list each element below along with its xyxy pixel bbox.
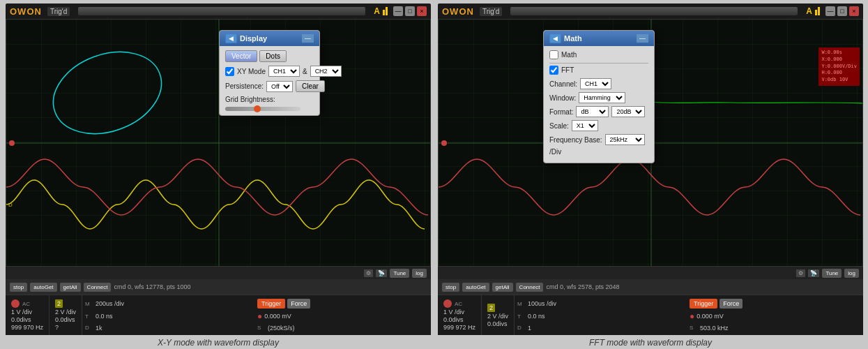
xy-ch2-select[interactable]: CH2 xyxy=(310,66,342,77)
left-close-button[interactable]: × xyxy=(417,6,427,16)
left-meas-D: D 1k xyxy=(85,324,256,332)
channel-select[interactable]: CH1 CH2 xyxy=(580,78,611,89)
dialog-title-left: ◀ Display xyxy=(225,34,267,43)
right-tune-button[interactable]: Tune xyxy=(822,269,842,278)
right-ch1-offset: 0.0divs xyxy=(443,316,475,323)
svg-point-5 xyxy=(9,140,15,146)
right-meas-T-val: 0.0 ns xyxy=(528,313,545,320)
math-dialog-body: Math FFT Channel: CH1 CH2 xyxy=(544,46,654,163)
left-top-bar-center xyxy=(78,7,365,15)
scale-select[interactable]: X1 X2 X5 xyxy=(572,120,598,131)
freq-base-select[interactable]: 25kHz 50kHz 100kHz xyxy=(605,134,645,145)
format-select-1[interactable]: dB Vrms xyxy=(576,106,609,117)
left-ch1-type: AC xyxy=(22,301,30,307)
right-meas-M: M 100us /div xyxy=(517,298,688,309)
brightness-slider-thumb[interactable] xyxy=(254,105,261,112)
left-icon-1: ⚙ xyxy=(364,269,373,277)
left-tune-button[interactable]: Tune xyxy=(390,269,409,278)
left-meas-M: M 200us /div xyxy=(85,298,256,309)
left-trigger-button[interactable]: Trigger xyxy=(257,299,285,309)
right-trigger-area: Trigger Force xyxy=(690,298,860,309)
brightness-slider-container[interactable] xyxy=(225,107,314,111)
right-minimize-button[interactable]: — xyxy=(825,6,835,16)
right-bar2 xyxy=(818,7,820,15)
right-ch-indicators: A xyxy=(806,6,820,16)
dots-button[interactable]: Dots xyxy=(259,50,287,62)
right-readout: W:0.00s X:0.000 Y:0.000V/Div H:0.000 V:0… xyxy=(818,47,860,86)
left-bar1 xyxy=(383,10,385,15)
math-dialog-back-button[interactable]: ◀ xyxy=(549,34,561,43)
left-meas-dot: ● 0.000 mV xyxy=(257,311,428,322)
right-ch-bars xyxy=(815,7,820,15)
right-log-button[interactable]: log xyxy=(844,269,859,278)
left-stop-button[interactable]: stop xyxy=(10,283,27,292)
right-ch2-offset: 0.0divs xyxy=(487,320,508,327)
right-trigger-button[interactable]: Trigger xyxy=(690,299,717,309)
fft-label: FFT xyxy=(561,66,574,74)
xy-ch1-select[interactable]: CH1 xyxy=(268,66,300,77)
window-select[interactable]: Hamming Hanning Blackman Rectangle xyxy=(579,92,625,103)
left-connect-button[interactable]: Connect xyxy=(84,283,112,292)
right-meas-S-val: 503.0 kHz xyxy=(700,325,729,332)
right-win-controls: — □ × xyxy=(825,6,859,16)
left-autoget-button[interactable]: autoGet xyxy=(30,283,56,292)
vector-button[interactable]: Vector xyxy=(225,50,257,62)
right-icon-2: 📡 xyxy=(808,269,819,277)
left-ch1-freq: 999 970 Hz xyxy=(11,324,43,331)
amp-label: & xyxy=(303,68,307,75)
left-ch2-info: 2 2 V /div 0.0divs ? xyxy=(50,295,82,335)
brightness-slider-track xyxy=(225,107,300,111)
right-close-button[interactable]: × xyxy=(849,6,859,16)
right-getall-button[interactable]: getAll xyxy=(492,283,513,292)
left-force-button[interactable]: Force xyxy=(287,299,310,309)
right-maximize-button[interactable]: □ xyxy=(837,6,847,16)
right-bottom-icons: ⚙ 📡 Tune log xyxy=(796,269,859,278)
left-getall-button[interactable]: getAll xyxy=(60,283,81,292)
left-meas-S: S (250kS/s) xyxy=(257,324,428,332)
left-bottom-bar: ⚙ 📡 Tune log xyxy=(6,267,431,279)
left-caption: X-Y mode with waveform display xyxy=(6,338,431,348)
left-log-button[interactable]: log xyxy=(412,269,427,278)
right-info-row: AC 1 V /div 0.0divs 999 972 Hz 2 2 V /di… xyxy=(438,295,863,335)
left-ch1-info: AC 1 V /div 0.0divs 999 970 Hz xyxy=(6,295,50,335)
left-meas-M-val: 200us /div xyxy=(96,300,124,307)
right-ch1-scale: 1 V /div xyxy=(443,309,475,315)
math-dialog: ◀ Math — Math FFT Cha xyxy=(543,30,655,163)
right-meas-section: M 100us /div Trigger Force T 0.0 ns ● 0.… xyxy=(515,295,863,335)
right-meas-D: D 1 xyxy=(517,324,688,332)
right-icon-1: ⚙ xyxy=(796,269,805,277)
display-dialog-title-bar: ◀ Display — xyxy=(220,31,319,46)
left-scope-panel: OWON Trig'd A — □ × xyxy=(6,3,431,348)
right-force-button[interactable]: Force xyxy=(719,299,743,309)
grid-brightness-label: Grid Brightness: xyxy=(225,96,275,103)
right-controls-row: stop autoGet getAll Connect cmd 0, wfs 2… xyxy=(438,279,863,295)
right-connect-button[interactable]: Connect xyxy=(516,283,544,292)
left-maximize-button[interactable]: □ xyxy=(405,6,415,16)
left-owon-logo: OWON xyxy=(10,6,42,17)
svg-text:D: D xyxy=(8,202,13,208)
clear-button[interactable]: Clear xyxy=(296,80,325,92)
display-dialog-min-button[interactable]: — xyxy=(302,34,314,43)
persistence-select[interactable]: Off xyxy=(266,81,293,92)
right-ch1-dot xyxy=(443,299,452,308)
persistence-label: Persistence: xyxy=(225,82,264,90)
math-checkbox-row: Math xyxy=(549,50,648,59)
right-ch1-type: AC xyxy=(455,301,462,307)
left-trig-status: Trig'd xyxy=(47,7,70,16)
svg-point-11 xyxy=(441,140,447,146)
right-stop-button[interactable]: stop xyxy=(442,283,459,292)
left-ch2-num: 2 xyxy=(55,299,63,308)
right-ch1-marker: ● xyxy=(690,311,694,321)
format-select-2[interactable]: 20dB 10dB xyxy=(611,106,645,117)
left-meas-T: T 0.0 ns xyxy=(85,311,256,322)
xy-mode-label: XY Mode xyxy=(237,68,266,75)
xy-mode-row: XY Mode CH1 & CH2 xyxy=(225,66,314,77)
math-dialog-title-bar: ◀ Math — xyxy=(544,31,654,46)
fft-checkbox[interactable] xyxy=(549,66,558,75)
math-dialog-min-button[interactable]: — xyxy=(637,34,648,43)
xy-mode-checkbox[interactable] xyxy=(225,67,234,76)
math-checkbox[interactable] xyxy=(549,50,558,59)
display-dialog-back-button[interactable]: ◀ xyxy=(225,34,237,43)
right-autoget-button[interactable]: autoGet xyxy=(462,283,489,292)
left-minimize-button[interactable]: — xyxy=(393,6,403,16)
